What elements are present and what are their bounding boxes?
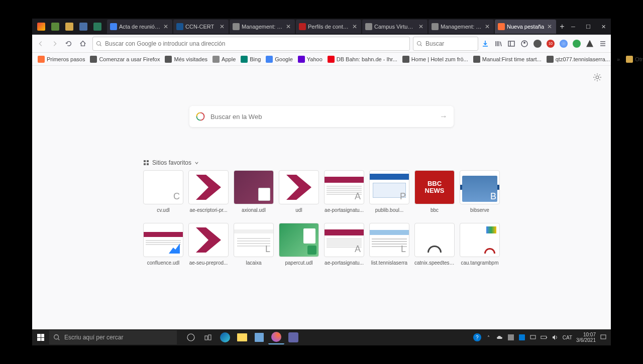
pinned-tab-4[interactable] bbox=[76, 20, 90, 34]
favorite-site[interactable]: catnix.speedtest... bbox=[414, 223, 455, 266]
settings-gear-icon[interactable] bbox=[593, 73, 604, 84]
pinned-tab-3[interactable] bbox=[62, 20, 76, 34]
tray-onedrive-icon[interactable] bbox=[496, 334, 503, 341]
favorite-site[interactable]: udl bbox=[279, 170, 319, 213]
url-input[interactable] bbox=[105, 40, 406, 47]
bookmark-item[interactable]: Bing bbox=[238, 55, 263, 64]
bookmark-item[interactable]: DB Bahn: bahn.de - Ihr... bbox=[325, 55, 400, 64]
favorite-site[interactable]: ae-seu-preprod... bbox=[188, 223, 229, 266]
new-tab-button[interactable]: + bbox=[559, 21, 566, 33]
tray-app-icon[interactable] bbox=[507, 334, 514, 341]
tray-volume-icon[interactable] bbox=[552, 334, 559, 341]
home-button[interactable] bbox=[76, 37, 89, 50]
taskbar-search[interactable]: Escriu aquí per cercar bbox=[49, 330, 177, 344]
tray-battery-icon[interactable] bbox=[541, 334, 548, 341]
account-icon[interactable] bbox=[518, 38, 530, 50]
tab-favicon bbox=[110, 23, 117, 30]
tray-network-icon[interactable] bbox=[529, 334, 537, 341]
sidebar-icon[interactable] bbox=[505, 38, 517, 50]
search-submit-icon[interactable]: → bbox=[440, 112, 448, 121]
library-icon[interactable] bbox=[492, 38, 504, 50]
favorite-site[interactable]: confluence.udl bbox=[143, 223, 183, 266]
tab-close-icon[interactable]: ✕ bbox=[285, 23, 292, 30]
tab-close-icon[interactable]: ✕ bbox=[484, 23, 491, 30]
start-button[interactable] bbox=[32, 329, 49, 345]
tray-help-icon[interactable]: ? bbox=[473, 333, 481, 341]
browser-tab[interactable]: Perfils de contrac✕ bbox=[296, 20, 361, 34]
browser-titlebar: Acta de reunió: U✕CCN-CERT✕Management: T… bbox=[32, 19, 611, 35]
browser-tab[interactable]: Nueva pestaña✕ bbox=[495, 20, 556, 34]
url-bar[interactable] bbox=[92, 37, 410, 51]
bookmark-label: Bing bbox=[250, 56, 261, 62]
bookmark-item[interactable]: Yahoo bbox=[295, 55, 325, 64]
extension-icon-2[interactable]: 10 bbox=[545, 38, 557, 50]
browser-tab[interactable]: Management: Tim✕ bbox=[428, 20, 494, 34]
taskbar-app-edge[interactable] bbox=[217, 330, 233, 344]
bookmark-item[interactable]: qtz077.tennislaserra... bbox=[544, 55, 612, 64]
favorite-site[interactable]: Llacaixa bbox=[234, 223, 274, 266]
bookmark-item[interactable]: Google bbox=[263, 55, 295, 64]
center-search-box[interactable]: → bbox=[189, 106, 454, 127]
center-search-input[interactable] bbox=[210, 113, 435, 120]
downloads-icon[interactable] bbox=[479, 38, 491, 50]
tray-defender-icon[interactable] bbox=[518, 334, 525, 341]
tab-close-icon[interactable]: ✕ bbox=[417, 23, 424, 30]
extension-icon-4[interactable] bbox=[571, 38, 583, 50]
favorite-site[interactable]: Aae-portasignatu... bbox=[324, 223, 364, 266]
forward-button[interactable] bbox=[48, 37, 61, 50]
other-bookmarks[interactable]: Otros marcadores bbox=[623, 55, 643, 64]
extension-icon-3[interactable] bbox=[558, 38, 570, 50]
cortana-icon[interactable] bbox=[200, 330, 216, 344]
favorite-site[interactable]: Bbibserve bbox=[460, 170, 500, 213]
bookmarks-overflow[interactable]: » bbox=[614, 55, 622, 63]
close-window-button[interactable]: ✕ bbox=[596, 20, 611, 34]
extension-icon-5[interactable] bbox=[584, 38, 596, 50]
favorite-site[interactable]: Ccv.udl bbox=[143, 170, 183, 213]
svg-rect-2 bbox=[508, 41, 514, 46]
back-button[interactable] bbox=[34, 37, 47, 50]
tray-chevron-icon[interactable]: ˄ bbox=[485, 334, 492, 341]
favorite-site[interactable]: papercut.udl bbox=[279, 223, 319, 266]
browser-tab[interactable]: Campus Virtual UdL✕ bbox=[362, 20, 427, 34]
browser-tab[interactable]: Acta de reunió: U✕ bbox=[107, 20, 172, 34]
svg-rect-9 bbox=[144, 163, 146, 165]
favorite-site[interactable]: Aae-portasignatu... bbox=[324, 170, 364, 213]
taskbar-app-teams[interactable] bbox=[285, 330, 301, 344]
tab-close-icon[interactable]: ✕ bbox=[546, 23, 553, 30]
taskbar-app-firefox[interactable] bbox=[268, 330, 284, 344]
taskview-icon[interactable] bbox=[183, 330, 199, 344]
search-bar[interactable] bbox=[413, 37, 478, 51]
tray-notifications-icon[interactable] bbox=[600, 334, 607, 341]
favorite-site[interactable]: axional.udl bbox=[234, 170, 274, 213]
favorite-site[interactable]: BBCNEWSbbc bbox=[414, 170, 455, 213]
favorite-site[interactable]: Ppublib.boul... bbox=[369, 170, 409, 213]
favorite-site[interactable]: Llist.tennislaserra bbox=[369, 223, 409, 266]
browser-tab[interactable]: Management: Tim✕ bbox=[230, 20, 295, 34]
tab-close-icon[interactable]: ✕ bbox=[219, 23, 226, 30]
pinned-tab-2[interactable] bbox=[48, 20, 62, 34]
hamburger-menu-icon[interactable] bbox=[597, 38, 609, 50]
bookmark-item[interactable]: Comenzar a usar Firefox bbox=[87, 55, 162, 64]
minimize-button[interactable]: ─ bbox=[566, 20, 581, 34]
favorites-header[interactable]: Sitios favoritos bbox=[143, 159, 500, 166]
search-input[interactable] bbox=[425, 40, 475, 47]
extension-icon-1[interactable] bbox=[531, 38, 544, 50]
taskbar-app-explorer[interactable] bbox=[234, 330, 250, 344]
tray-language[interactable]: CAT bbox=[563, 335, 572, 340]
browser-tab[interactable]: CCN-CERT✕ bbox=[173, 20, 229, 34]
taskbar-app-4[interactable] bbox=[251, 330, 267, 344]
bookmark-item[interactable]: Primeros pasos bbox=[35, 55, 87, 64]
pinned-tab-gmail[interactable] bbox=[34, 20, 48, 34]
favorite-site[interactable]: ae-escriptori-pr... bbox=[188, 170, 229, 213]
favorite-site[interactable]: cau.tangrambpm bbox=[460, 223, 500, 266]
tray-clock[interactable]: 10:07 3/6/2021 bbox=[576, 332, 596, 343]
pinned-tab-5[interactable] bbox=[90, 20, 104, 34]
reload-button[interactable] bbox=[62, 37, 75, 50]
tab-close-icon[interactable]: ✕ bbox=[162, 23, 169, 30]
bookmark-item[interactable]: Manual:First time start... bbox=[471, 55, 544, 64]
maximize-button[interactable]: ☐ bbox=[581, 20, 596, 34]
bookmark-item[interactable]: Més visitades bbox=[162, 55, 210, 64]
bookmark-item[interactable]: Apple bbox=[210, 55, 238, 64]
tab-close-icon[interactable]: ✕ bbox=[351, 23, 358, 30]
bookmark-item[interactable]: Home | Hotel zum frö... bbox=[400, 55, 471, 64]
